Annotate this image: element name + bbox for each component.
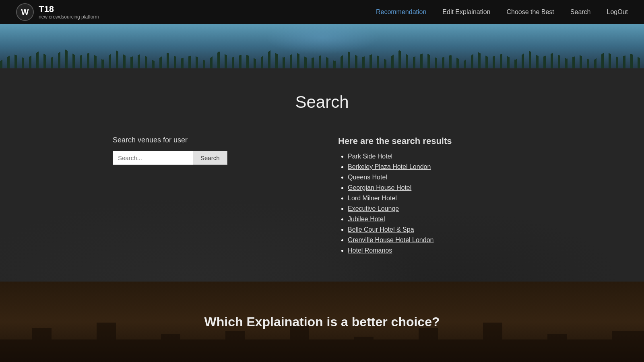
brand-logo: W [16, 3, 34, 21]
navbar: W T18 new crowdsourcing platform Recomme… [0, 0, 644, 24]
list-item: Hotel Romanos [348, 247, 531, 254]
results-title: Here are the search results [338, 136, 531, 146]
list-item: Berkeley Plaza Hotel London [348, 163, 531, 171]
list-item: Lord Milner Hotel [348, 195, 531, 202]
bottom-banner-text: Which Explaination is a better choice? [204, 315, 440, 329]
brand-text: T18 new crowdsourcing platform [39, 4, 99, 20]
list-item: Park Side Hotel [348, 153, 531, 160]
search-section-title: Search [0, 93, 644, 112]
nav-item-logout[interactable]: LogOut [607, 8, 628, 15]
results-list: Park Side HotelBerkeley Plaza Hotel Lond… [338, 153, 531, 254]
nav-item-search[interactable]: Search [570, 8, 591, 15]
list-item: Executive Lounge [348, 205, 531, 212]
result-link[interactable]: Jubilee Hotel [348, 216, 385, 222]
search-input[interactable] [113, 151, 193, 165]
result-link[interactable]: Georgian House Hotel [348, 184, 411, 191]
list-item: Belle Cour Hotel & Spa [348, 226, 531, 233]
list-item: Queens Hotel [348, 174, 531, 181]
search-content: Search venues for user Search Here are t… [80, 136, 564, 257]
result-link[interactable]: Berkeley Plaza Hotel London [348, 163, 431, 170]
bottom-banner: Which Explaination is a better choice? [0, 282, 644, 362]
result-link[interactable]: Belle Cour Hotel & Spa [348, 226, 414, 233]
result-link[interactable]: Lord Milner Hotel [348, 195, 397, 202]
brand-title: T18 [39, 4, 99, 14]
search-form: Search [113, 151, 306, 165]
result-link[interactable]: Executive Lounge [348, 205, 399, 212]
result-link[interactable]: Queens Hotel [348, 174, 387, 181]
list-item: Grenville House Hotel London [348, 237, 531, 244]
nav-menu: RecommendationEdit ExplainationChoose th… [376, 8, 628, 16]
nav-item-choose-the-best[interactable]: Choose the Best [507, 8, 554, 15]
search-button[interactable]: Search [193, 151, 227, 165]
list-item: Jubilee Hotel [348, 216, 531, 223]
result-link[interactable]: Grenville House Hotel London [348, 237, 433, 243]
brand-subtitle: new crowdsourcing platform [39, 14, 99, 20]
nav-item-edit-explaination[interactable]: Edit Explaination [442, 8, 490, 15]
brand-link[interactable]: W T18 new crowdsourcing platform [16, 3, 99, 21]
list-item: Georgian House Hotel [348, 184, 531, 191]
search-form-label: Search venues for user [113, 136, 306, 144]
hero-banner [0, 24, 644, 68]
nav-item-recommendation[interactable]: Recommendation [376, 8, 426, 15]
search-left-panel: Search venues for user Search [113, 136, 306, 257]
search-section: Search Search venues for user Search Her… [0, 68, 644, 282]
result-link[interactable]: Hotel Romanos [348, 247, 392, 254]
result-link[interactable]: Park Side Hotel [348, 153, 392, 160]
search-right-panel: Here are the search results Park Side Ho… [338, 136, 531, 257]
